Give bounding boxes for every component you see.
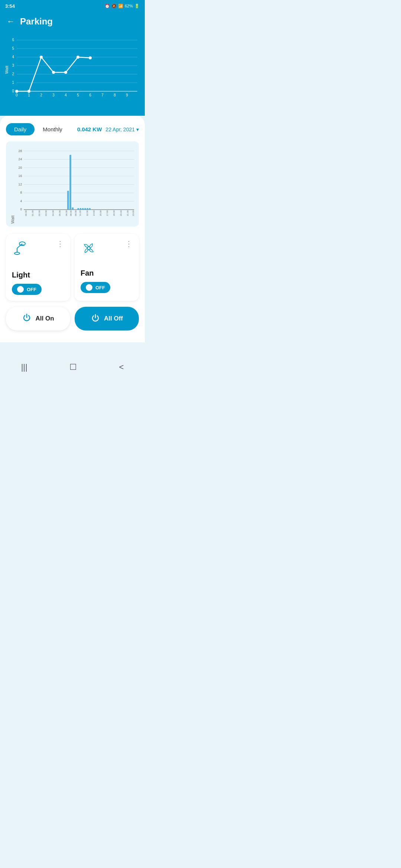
device-card-header-light: ⋮ (12, 240, 64, 260)
svg-text:02:30: 02:30 (38, 210, 40, 216)
svg-point-56 (87, 208, 88, 210)
svg-point-57 (89, 208, 91, 210)
svg-text:28: 28 (19, 149, 22, 153)
svg-text:21:30: 21:30 (126, 210, 129, 216)
svg-rect-51 (72, 207, 74, 210)
light-toggle-circle (17, 286, 24, 293)
svg-rect-50 (69, 155, 71, 210)
light-icon (12, 240, 28, 260)
nav-menu-button[interactable]: ||| (21, 362, 27, 372)
nav-back-button[interactable]: < (119, 362, 124, 372)
light-toggle-label: OFF (27, 287, 36, 292)
svg-text:0: 0 (12, 89, 14, 93)
svg-point-29 (52, 71, 55, 74)
svg-text:3: 3 (12, 63, 14, 68)
svg-point-54 (82, 208, 84, 210)
light-menu-button[interactable]: ⋮ (56, 240, 64, 247)
bar-chart-wrapper: Watt 28 24 20 16 12 8 4 0 (6, 141, 139, 227)
device-card-header-fan: ⋮ (81, 240, 133, 258)
svg-text:2: 2 (40, 93, 42, 97)
power-on-icon (22, 313, 32, 325)
alarm-icon: ⏰ (105, 4, 110, 9)
svg-text:06:30: 06:30 (65, 210, 68, 216)
svg-text:04:30: 04:30 (52, 210, 54, 216)
bar-chart-y-label: Watt (9, 146, 15, 224)
battery-icon: 🔋 (134, 4, 140, 9)
fan-toggle-label: OFF (95, 285, 105, 290)
fan-toggle[interactable]: OFF (81, 282, 110, 293)
svg-text:03:30: 03:30 (45, 210, 47, 216)
svg-point-26 (15, 90, 18, 93)
line-chart: Watt 6 5 4 3 2 1 0 0 1 2 3 4 5 6 7 8 9 (4, 33, 141, 107)
svg-text:08:30: 08:30 (69, 210, 72, 216)
all-on-label: All On (35, 315, 54, 322)
light-device-name: Light (12, 271, 64, 279)
svg-text:6: 6 (89, 93, 91, 97)
svg-text:00:30: 00:30 (25, 210, 27, 216)
svg-text:7: 7 (101, 93, 104, 97)
svg-text:16: 16 (19, 174, 22, 178)
svg-text:4: 4 (20, 199, 22, 203)
device-card-light: ⋮ Light OFF (6, 234, 70, 301)
fan-device-name: Fan (81, 269, 133, 277)
svg-rect-49 (67, 191, 69, 210)
svg-text:05:30: 05:30 (58, 210, 61, 216)
svg-text:5: 5 (77, 93, 79, 97)
tab-info: 0.042 KW 22 Apr, 2021 ▾ (77, 126, 139, 132)
svg-text:20: 20 (19, 166, 22, 170)
svg-text:4: 4 (12, 55, 14, 59)
all-on-button[interactable]: All On (6, 307, 70, 331)
bar-chart: 28 24 20 16 12 8 4 0 (15, 146, 136, 224)
svg-point-28 (40, 56, 43, 59)
svg-text:20:00: 20:00 (120, 210, 122, 216)
svg-text:Watt: Watt (4, 66, 9, 74)
svg-text:2: 2 (12, 72, 14, 76)
svg-text:12: 12 (19, 183, 22, 186)
power-value: 0.042 KW (77, 126, 102, 132)
svg-text:17:00: 17:00 (106, 210, 108, 216)
power-off-icon (91, 313, 100, 325)
svg-text:6: 6 (12, 38, 14, 42)
battery-text: 62% (125, 4, 133, 8)
tab-monthly[interactable]: Monthly (35, 123, 71, 135)
svg-text:09:30: 09:30 (74, 210, 77, 216)
devices-grid: ⋮ Light OFF (6, 234, 139, 301)
tab-daily[interactable]: Daily (6, 123, 35, 135)
svg-text:8: 8 (20, 191, 22, 194)
svg-text:9: 9 (126, 93, 128, 97)
fan-toggle-circle (86, 284, 92, 291)
svg-point-30 (64, 71, 67, 74)
svg-point-52 (77, 208, 79, 210)
back-button[interactable]: ← (7, 17, 15, 26)
page-title: Parking (20, 16, 53, 27)
svg-point-27 (27, 90, 30, 93)
status-icons: ⏰ 🔕 📶 62% 🔋 (105, 4, 140, 9)
fan-menu-button[interactable]: ⋮ (125, 240, 133, 247)
svg-text:18:30: 18:30 (113, 210, 115, 216)
svg-text:23:00: 23:00 (132, 210, 134, 216)
svg-point-55 (84, 208, 86, 210)
all-off-button[interactable]: All Off (75, 307, 139, 331)
svg-text:8: 8 (114, 93, 116, 97)
status-time: 3:54 (5, 3, 15, 9)
nav-home-button[interactable]: ☐ (69, 362, 77, 372)
svg-point-31 (76, 56, 79, 59)
svg-point-76 (14, 252, 20, 254)
svg-text:01:30: 01:30 (31, 210, 34, 216)
svg-text:3: 3 (52, 93, 55, 97)
date-selector[interactable]: 22 Apr, 2021 ▾ (105, 126, 139, 132)
svg-text:14:00: 14:00 (92, 210, 95, 216)
wifi-icon: 📶 (118, 4, 123, 9)
svg-text:4: 4 (65, 93, 67, 97)
svg-text:5: 5 (12, 46, 14, 50)
fan-icon (81, 240, 97, 258)
svg-text:12:30: 12:30 (86, 210, 88, 216)
bottom-buttons: All On All Off (6, 307, 139, 331)
svg-text:0: 0 (20, 207, 22, 211)
light-toggle[interactable]: OFF (12, 284, 42, 295)
status-bar: 3:54 ⏰ 🔕 📶 62% 🔋 (0, 0, 145, 12)
svg-text:1: 1 (12, 80, 14, 85)
tab-row: Daily Monthly 0.042 KW 22 Apr, 2021 ▾ (6, 123, 139, 135)
nav-bar: ||| ☐ < (0, 357, 145, 376)
device-card-fan: ⋮ Fan OFF (75, 234, 139, 301)
